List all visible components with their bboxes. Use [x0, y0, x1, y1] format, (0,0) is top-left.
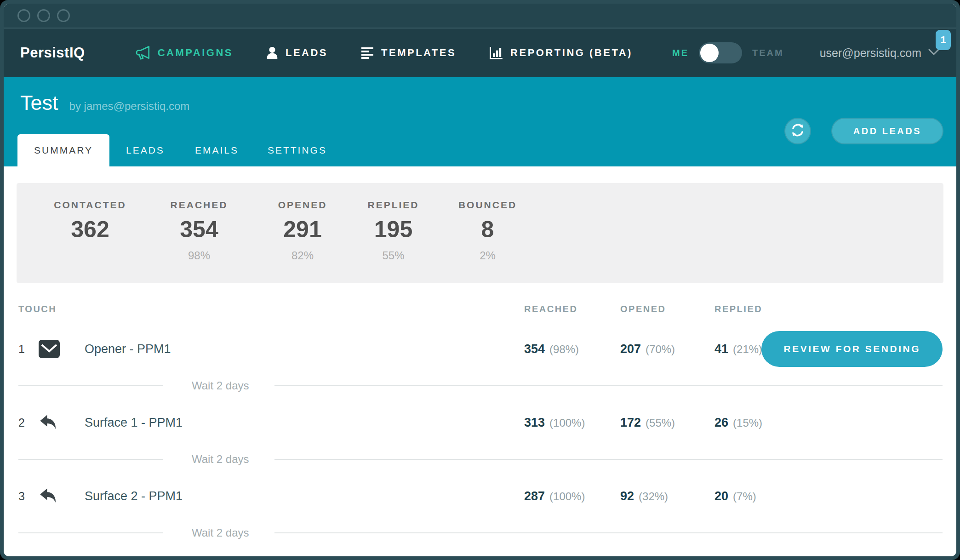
touch-title[interactable]: Surface 2 - PPM1: [85, 489, 520, 503]
stat-contacted: CONTACTED 362: [39, 200, 142, 249]
tab-leads[interactable]: LEADS: [126, 134, 165, 166]
reached-value: 313: [524, 416, 545, 429]
top-navbar: PersistIQ CAMPAIGNS: [4, 29, 956, 77]
bar-chart-icon: [488, 45, 504, 61]
opened-value: 207: [620, 342, 641, 356]
replied-value: 20: [714, 489, 728, 503]
account-menu[interactable]: user@persistiq.com 1: [820, 46, 940, 60]
reached-pct: (100%): [549, 490, 585, 503]
replied-value: 41: [714, 342, 728, 356]
app-window: PersistIQ CAMPAIGNS: [0, 0, 960, 560]
tab-emails[interactable]: EMAILS: [195, 134, 239, 166]
table-row[interactable]: 3 Surface 2 - PPM1 287(100%) 92(32%) 20(…: [4, 469, 956, 523]
wait-divider: Wait 2 days: [4, 523, 956, 543]
campaign-title: Test: [20, 91, 58, 115]
window-minimize-button[interactable]: [37, 9, 50, 22]
replied-pct: (21%): [733, 343, 762, 355]
review-for-sending-button[interactable]: REVIEW FOR SENDING: [761, 331, 943, 367]
nav-item-label: CAMPAIGNS: [158, 47, 233, 59]
table-row[interactable]: 2 Surface 1 - PPM1 313(100%) 172(55%) 26…: [4, 395, 956, 450]
stat-opened: OPENED 291 82%: [257, 200, 349, 262]
notification-badge[interactable]: 1: [936, 30, 951, 50]
table-row[interactable]: 1 Opener - PPM1 354(98%) 207(70%) 41(21%…: [4, 322, 956, 376]
col-header-opened: OPENED: [614, 304, 708, 314]
campaign-byline: by james@persistiq.com: [69, 100, 190, 113]
wait-label: Wait 2 days: [192, 526, 249, 539]
opened-pct: (55%): [646, 417, 675, 429]
col-header-replied: REPLIED: [708, 304, 772, 314]
window-zoom-button[interactable]: [57, 9, 70, 22]
replied-pct: (7%): [733, 490, 756, 503]
wait-divider: Wait 2 days: [4, 376, 956, 395]
opened-value: 172: [620, 416, 641, 429]
stat-reached: REACHED 354 98%: [142, 200, 257, 262]
summary-content: CONTACTED 362 REACHED 354 98% OPENED 291…: [4, 166, 956, 556]
list-icon: [360, 46, 375, 60]
window-frame: PersistIQ CAMPAIGNS: [0, 0, 960, 560]
nav-item-label: TEMPLATES: [381, 47, 456, 59]
reply-icon: [39, 414, 85, 431]
opened-value: 92: [620, 489, 634, 503]
table-header: TOUCH REACHED OPENED REPLIED: [4, 296, 956, 322]
nav-item-leads[interactable]: LEADS: [265, 46, 328, 60]
wait-label: Wait 2 days: [192, 453, 249, 466]
stat-replied: REPLIED 195 55%: [349, 200, 438, 262]
me-team-toggle[interactable]: [699, 42, 742, 63]
scope-me-label[interactable]: ME: [672, 48, 689, 58]
touch-title[interactable]: Surface 1 - PPM1: [85, 416, 520, 430]
tab-settings[interactable]: SETTINGS: [268, 134, 327, 166]
stat-bounced: BOUNCED 8 2%: [438, 200, 537, 262]
reached-pct: (98%): [549, 343, 579, 355]
reply-icon: [39, 487, 85, 505]
nav-item-templates[interactable]: TEMPLATES: [360, 46, 456, 60]
replied-value: 26: [714, 416, 728, 429]
brand-logo[interactable]: PersistIQ: [20, 45, 85, 61]
envelope-icon: [39, 340, 85, 358]
wait-divider: Wait 2 days: [4, 450, 956, 469]
nav-item-reporting[interactable]: REPORTING (BETA): [488, 45, 633, 61]
campaign-tabs: SUMMARY LEADS EMAILS SETTINGS: [4, 134, 956, 166]
reached-value: 287: [524, 489, 545, 503]
col-header-touch: TOUCH: [18, 304, 520, 314]
nav-item-label: REPORTING (BETA): [510, 47, 633, 59]
col-header-reached: REACHED: [520, 304, 614, 314]
opened-pct: (70%): [646, 343, 675, 355]
reached-pct: (100%): [549, 417, 585, 429]
person-icon: [265, 46, 279, 60]
campaign-header: Test by james@persistiq.com: [4, 77, 956, 166]
wait-label: Wait 2 days: [192, 379, 249, 392]
scope-team-label[interactable]: TEAM: [752, 48, 784, 58]
table-row[interactable]: 4 Content Share - Blog Post 287(100%) 92…: [4, 543, 956, 556]
reached-value: 354: [524, 342, 545, 356]
tab-summary[interactable]: SUMMARY: [17, 134, 109, 166]
window-close-button[interactable]: [17, 9, 30, 22]
touch-title[interactable]: Opener - PPM1: [85, 342, 520, 356]
opened-pct: (32%): [639, 490, 668, 503]
stats-panel: CONTACTED 362 REACHED 354 98% OPENED 291…: [17, 183, 943, 283]
window-titlebar: [4, 4, 956, 29]
nav-item-label: LEADS: [286, 47, 328, 59]
nav-item-campaigns[interactable]: CAMPAIGNS: [136, 45, 233, 61]
replied-pct: (15%): [733, 417, 762, 429]
account-email: user@persistiq.com: [820, 46, 921, 60]
megaphone-icon: [136, 45, 151, 61]
toggle-knob: [700, 44, 719, 62]
